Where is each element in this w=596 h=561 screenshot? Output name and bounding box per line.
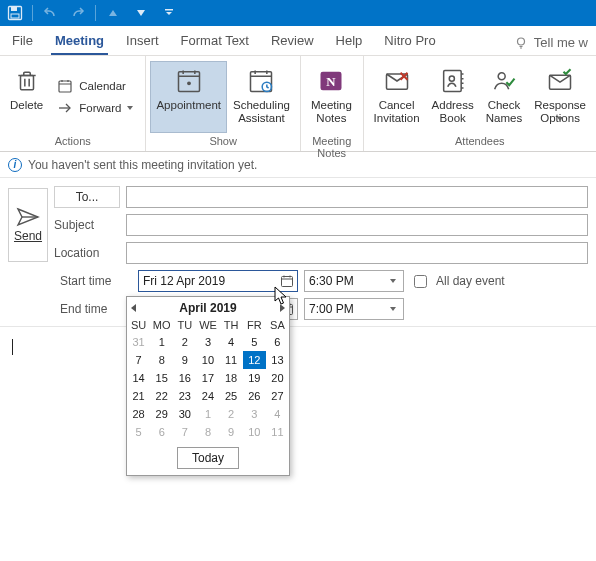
tab-review[interactable]: Review — [267, 27, 318, 55]
group-meetingnotes-label: Meeting Notes — [301, 135, 363, 151]
to-button[interactable]: To... — [54, 186, 120, 208]
datepicker-next-month[interactable] — [280, 304, 285, 312]
datepicker-day[interactable]: 8 — [150, 351, 173, 369]
datepicker-day[interactable]: 8 — [196, 423, 219, 441]
scheduling-assistant-button[interactable]: Scheduling Assistant — [227, 61, 296, 133]
datepicker-day[interactable]: 11 — [266, 423, 289, 441]
scheduling-icon — [245, 65, 277, 97]
scheduling-label: Scheduling Assistant — [233, 99, 290, 125]
datepicker-day[interactable]: 3 — [243, 405, 266, 423]
all-day-checkbox[interactable]: All day event — [410, 272, 588, 291]
datepicker-day[interactable]: 9 — [220, 423, 243, 441]
datepicker-day[interactable]: 1 — [196, 405, 219, 423]
lightbulb-icon — [514, 36, 528, 50]
datepicker-day[interactable]: 15 — [150, 369, 173, 387]
datepicker-day[interactable]: 21 — [127, 387, 150, 405]
datepicker-day[interactable]: 20 — [266, 369, 289, 387]
datepicker-day[interactable]: 19 — [243, 369, 266, 387]
datepicker-day[interactable]: 4 — [266, 405, 289, 423]
datepicker-day[interactable]: 26 — [243, 387, 266, 405]
ribbon: Delete Calendar Forward Actions — [0, 56, 596, 152]
send-button[interactable]: Send — [8, 188, 48, 262]
datepicker-day[interactable]: 7 — [127, 351, 150, 369]
to-field[interactable] — [126, 186, 588, 208]
meeting-form: Send To... Subject Location — [0, 178, 596, 268]
datepicker-day[interactable]: 16 — [173, 369, 196, 387]
datepicker-day[interactable]: 10 — [243, 423, 266, 441]
end-time-combo[interactable]: 7:00 PM — [304, 298, 404, 320]
body-editor[interactable] — [0, 326, 596, 556]
address-book-button[interactable]: Address Book — [426, 61, 480, 133]
datepicker-day[interactable]: 25 — [220, 387, 243, 405]
appointment-label: Appointment — [156, 99, 221, 112]
undo-button[interactable] — [39, 2, 61, 24]
svg-text:N: N — [327, 74, 337, 88]
datepicker-day[interactable]: 12 — [243, 351, 266, 369]
datepicker-day[interactable]: 9 — [173, 351, 196, 369]
datepicker-day[interactable]: 5 — [243, 333, 266, 351]
chevron-down-icon[interactable] — [385, 272, 401, 290]
datepicker-day[interactable]: 10 — [196, 351, 219, 369]
datepicker-day[interactable]: 22 — [150, 387, 173, 405]
datepicker-day[interactable]: 14 — [127, 369, 150, 387]
datepicker-day[interactable]: 30 — [173, 405, 196, 423]
datepicker-day[interactable]: 27 — [266, 387, 289, 405]
datepicker-day[interactable]: 6 — [150, 423, 173, 441]
tab-format-text[interactable]: Format Text — [177, 27, 253, 55]
qat-customize-button[interactable] — [158, 2, 180, 24]
chevron-down-icon[interactable] — [385, 300, 401, 318]
start-time-label: Start time — [60, 274, 132, 288]
forward-button[interactable]: Forward — [53, 98, 137, 118]
tab-insert[interactable]: Insert — [122, 27, 163, 55]
datepicker-day[interactable]: 4 — [220, 333, 243, 351]
calendar-button[interactable]: Calendar — [53, 76, 137, 96]
delete-label: Delete — [10, 99, 43, 112]
redo-button[interactable] — [67, 2, 89, 24]
send-label: Send — [14, 229, 42, 243]
tab-nitro[interactable]: Nitro Pro — [380, 27, 439, 55]
datepicker-day[interactable]: 5 — [127, 423, 150, 441]
datepicker-day[interactable]: 24 — [196, 387, 219, 405]
datepicker-day[interactable]: 7 — [173, 423, 196, 441]
start-time-combo[interactable]: 6:30 PM — [304, 270, 404, 292]
all-day-input[interactable] — [414, 275, 427, 288]
datepicker-prev-month[interactable] — [131, 304, 136, 312]
prev-item-button[interactable] — [102, 2, 124, 24]
subject-field[interactable] — [126, 214, 588, 236]
send-icon — [16, 207, 40, 227]
datepicker-day[interactable]: 23 — [173, 387, 196, 405]
save-button[interactable] — [4, 2, 26, 24]
tell-me-search[interactable]: Tell me w — [514, 35, 588, 55]
datepicker-day[interactable]: 31 — [127, 333, 150, 351]
datepicker-day[interactable]: 6 — [266, 333, 289, 351]
check-names-button[interactable]: Check Names — [480, 61, 528, 133]
datepicker-day[interactable]: 13 — [266, 351, 289, 369]
location-field[interactable] — [126, 242, 588, 264]
datepicker-day[interactable]: 2 — [220, 405, 243, 423]
calendar-drop-icon[interactable] — [279, 272, 295, 290]
tab-help[interactable]: Help — [332, 27, 367, 55]
response-options-button[interactable]: Response Options — [528, 61, 592, 133]
all-day-label: All day event — [436, 274, 505, 288]
datepicker-day[interactable]: 18 — [220, 369, 243, 387]
meeting-notes-button[interactable]: N Meeting Notes — [305, 61, 358, 133]
tab-meeting[interactable]: Meeting — [51, 27, 108, 55]
datepicker-day[interactable]: 17 — [196, 369, 219, 387]
delete-button[interactable]: Delete — [4, 61, 49, 133]
text-caret — [12, 339, 13, 355]
datepicker-today-button[interactable]: Today — [177, 447, 239, 469]
title-bar — [0, 0, 596, 26]
datepicker-day[interactable]: 1 — [150, 333, 173, 351]
start-date-combo[interactable]: Fri 12 Apr 2019 — [138, 270, 298, 292]
datepicker-day[interactable]: 3 — [196, 333, 219, 351]
datepicker-day[interactable]: 28 — [127, 405, 150, 423]
checknames-label: Check Names — [486, 99, 522, 125]
cancel-invitation-button[interactable]: Cancel Invitation — [368, 61, 426, 133]
datepicker-day[interactable]: 11 — [220, 351, 243, 369]
next-item-button[interactable] — [130, 2, 152, 24]
datepicker-day[interactable]: 29 — [150, 405, 173, 423]
tab-file[interactable]: File — [8, 27, 37, 55]
checknames-icon — [488, 65, 520, 97]
appointment-button[interactable]: Appointment — [150, 61, 227, 133]
datepicker-day[interactable]: 2 — [173, 333, 196, 351]
